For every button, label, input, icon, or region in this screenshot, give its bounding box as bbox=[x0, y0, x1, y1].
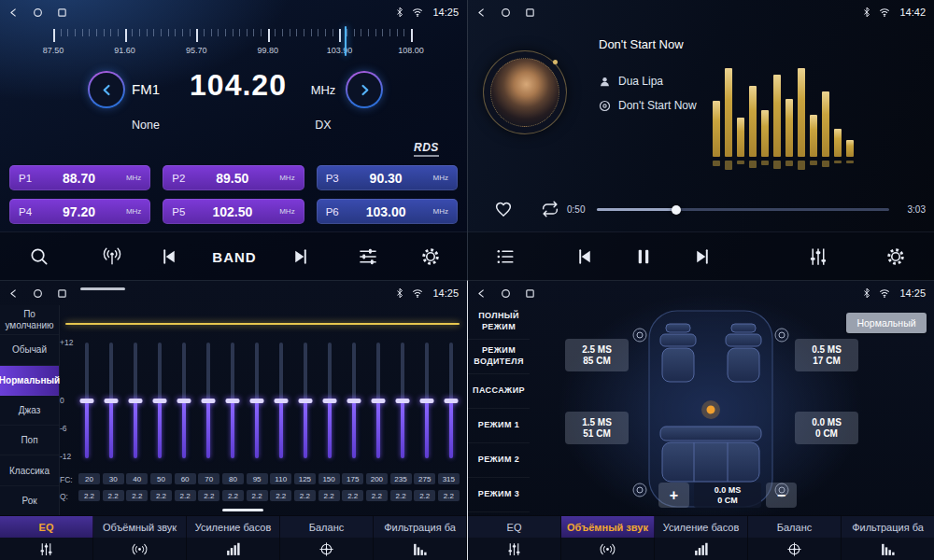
previous-track-button[interactable] bbox=[574, 245, 596, 267]
slider-handle[interactable] bbox=[323, 399, 337, 403]
band-q-value[interactable]: 2.2 bbox=[247, 490, 268, 501]
favorite-button[interactable] bbox=[493, 199, 514, 219]
frequency-ruler[interactable] bbox=[53, 29, 413, 42]
slider-handle[interactable] bbox=[299, 399, 313, 403]
tune-down-button[interactable] bbox=[88, 71, 125, 108]
band-q-value[interactable]: 2.2 bbox=[126, 490, 148, 501]
settings-button[interactable] bbox=[420, 245, 442, 267]
slider-handle[interactable] bbox=[177, 399, 191, 403]
band-frequency-value[interactable]: 125 bbox=[294, 473, 316, 484]
preset-button-p5[interactable]: P5102.50MHz bbox=[163, 199, 304, 224]
eq-band-slider-110[interactable] bbox=[273, 343, 290, 458]
eq-preset-item[interactable]: Поп bbox=[0, 426, 59, 455]
eq-bands-scrollbar[interactable] bbox=[222, 509, 263, 511]
delay-decrease-button[interactable]: − bbox=[766, 483, 797, 508]
slider-handle[interactable] bbox=[396, 399, 410, 403]
audio-tab-button-bass[interactable] bbox=[187, 538, 280, 560]
eq-band-slider-80[interactable] bbox=[224, 343, 241, 458]
repeat-button[interactable] bbox=[540, 199, 560, 219]
audio-settings-button[interactable] bbox=[358, 245, 379, 267]
next-track-button[interactable] bbox=[692, 245, 714, 267]
sound-profile-button[interactable]: Нормальный bbox=[846, 313, 927, 333]
band-button[interactable]: BAND bbox=[212, 248, 256, 264]
slider-handle[interactable] bbox=[80, 399, 94, 403]
audio-tab-button-sliders-v[interactable] bbox=[468, 538, 561, 560]
audio-tab-surround[interactable]: Объёмный звук bbox=[93, 516, 187, 538]
audio-tab-bass[interactable]: Усиление басов bbox=[655, 516, 748, 538]
recents-nav-icon[interactable] bbox=[57, 288, 67, 299]
recents-nav-icon[interactable] bbox=[525, 288, 535, 299]
radio-source-button[interactable] bbox=[102, 245, 123, 267]
band-q-value[interactable]: 2.2 bbox=[318, 490, 340, 501]
audio-tab-button-surround[interactable] bbox=[561, 538, 655, 560]
home-nav-icon[interactable] bbox=[501, 288, 511, 299]
audio-tab-filter[interactable]: Фильтрация ба bbox=[842, 516, 934, 538]
band-q-value[interactable]: 2.2 bbox=[438, 490, 460, 501]
slider-handle[interactable] bbox=[129, 399, 143, 403]
band-q-value[interactable]: 2.2 bbox=[366, 490, 388, 501]
surround-mode-item[interactable]: ПОЛНЫЙ РЕЖИМ bbox=[468, 305, 530, 340]
audio-tab-button-balance[interactable] bbox=[280, 538, 374, 560]
band-frequency-value[interactable]: 150 bbox=[318, 473, 340, 484]
eq-preset-item[interactable]: Нормальный bbox=[0, 366, 59, 396]
audio-tab-balance[interactable]: Баланс bbox=[280, 516, 374, 538]
recents-nav-icon[interactable] bbox=[525, 7, 535, 18]
band-frequency-value[interactable]: 275 bbox=[414, 473, 435, 484]
back-nav-icon[interactable] bbox=[476, 288, 487, 299]
home-nav-icon[interactable] bbox=[33, 288, 43, 299]
eq-preset-item[interactable]: Обычай bbox=[0, 335, 59, 365]
audio-tab-button-filter[interactable] bbox=[374, 538, 467, 560]
audio-tab-surround[interactable]: Объёмный звук bbox=[561, 516, 655, 538]
progress-bar[interactable] bbox=[597, 208, 889, 211]
slider-handle[interactable] bbox=[347, 399, 361, 403]
surround-mode-item[interactable]: РЕЖИМ 3 bbox=[468, 478, 530, 512]
band-frequency-value[interactable]: 200 bbox=[366, 473, 388, 484]
audio-tab-bass[interactable]: Усиление басов bbox=[187, 516, 280, 538]
band-q-value[interactable]: 2.2 bbox=[390, 490, 412, 501]
slider-handle[interactable] bbox=[372, 399, 386, 403]
band-frequency-value[interactable]: 235 bbox=[390, 473, 412, 484]
eq-band-slider-40[interactable] bbox=[127, 343, 144, 458]
eq-band-slider-60[interactable] bbox=[176, 343, 192, 458]
eq-band-slider-125[interactable] bbox=[297, 343, 314, 458]
surround-mode-item[interactable]: РЕЖИМ 2 bbox=[468, 443, 530, 478]
band-frequency-value[interactable]: 95 bbox=[247, 473, 268, 484]
band-frequency-value[interactable]: 175 bbox=[342, 473, 363, 484]
audio-tab-button-bass[interactable] bbox=[655, 538, 748, 560]
eq-band-slider-50[interactable] bbox=[151, 343, 168, 458]
delay-front-left[interactable]: 2.5 MS 85 CM bbox=[565, 339, 629, 371]
band-q-value[interactable]: 2.2 bbox=[150, 490, 172, 501]
eq-preset-item[interactable]: Классика bbox=[0, 455, 59, 485]
playlist-button[interactable] bbox=[495, 245, 517, 267]
band-q-value[interactable]: 2.2 bbox=[78, 490, 100, 501]
delay-front-right[interactable]: 0.5 MS 17 CM bbox=[795, 339, 858, 371]
eq-band-slider-175[interactable] bbox=[346, 343, 362, 458]
band-q-value[interactable]: 2.2 bbox=[270, 490, 291, 501]
delay-rear-left[interactable]: 1.5 MS 51 CM bbox=[565, 412, 629, 444]
band-frequency-value[interactable]: 70 bbox=[198, 473, 219, 484]
band-frequency-value[interactable]: 40 bbox=[126, 473, 148, 484]
band-q-value[interactable]: 2.2 bbox=[294, 490, 316, 501]
eq-band-slider-20[interactable] bbox=[78, 343, 95, 458]
home-nav-icon[interactable] bbox=[501, 7, 511, 18]
scan-button[interactable] bbox=[29, 245, 50, 267]
back-nav-icon[interactable] bbox=[476, 7, 487, 18]
band-q-value[interactable]: 2.2 bbox=[175, 490, 196, 501]
audio-tab-button-filter[interactable] bbox=[842, 538, 934, 560]
delay-rear-right[interactable]: 0.0 MS 0 CM bbox=[795, 412, 858, 444]
audio-tab-balance[interactable]: Баланс bbox=[748, 516, 842, 538]
band-frequency-value[interactable]: 50 bbox=[150, 473, 172, 484]
dx-mode-label[interactable]: DX bbox=[297, 119, 349, 132]
band-frequency-value[interactable]: 110 bbox=[270, 473, 291, 484]
eq-band-slider-315[interactable] bbox=[443, 343, 460, 458]
preset-button-p6[interactable]: P6103.00MHz bbox=[317, 199, 458, 224]
back-nav-icon[interactable] bbox=[8, 288, 19, 299]
preset-button-p3[interactable]: P390.30MHz bbox=[317, 165, 458, 190]
audio-settings-button[interactable] bbox=[808, 245, 829, 267]
delay-increase-button[interactable]: + bbox=[658, 483, 689, 508]
band-q-value[interactable]: 2.2 bbox=[198, 490, 219, 501]
home-nav-icon[interactable] bbox=[33, 7, 43, 18]
eq-band-slider-95[interactable] bbox=[248, 343, 265, 458]
band-frequency-value[interactable]: 80 bbox=[222, 473, 244, 484]
preset-button-p4[interactable]: P497.20MHz bbox=[9, 199, 150, 224]
